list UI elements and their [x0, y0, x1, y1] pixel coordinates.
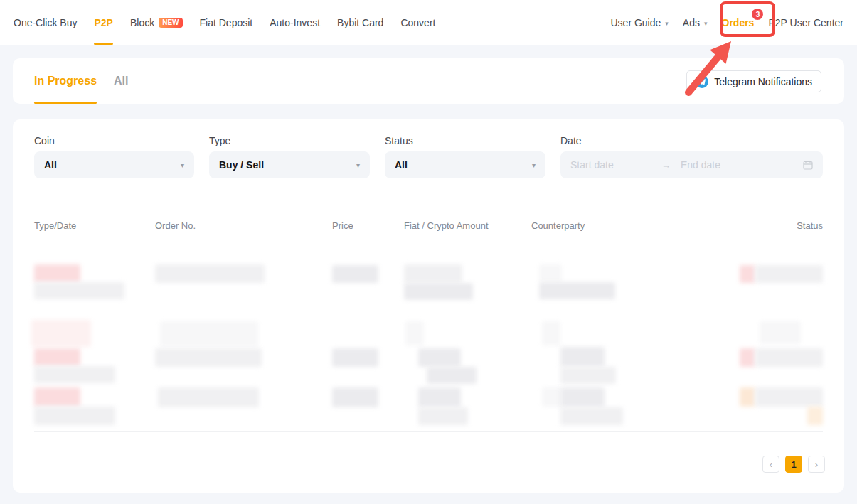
chevron-down-icon: ▾: [181, 161, 184, 169]
nav-label: One-Click Buy: [14, 17, 77, 28]
telegram-notifications-button[interactable]: Telegram Notifications: [686, 70, 821, 92]
new-badge: NEW: [159, 18, 182, 28]
date-range-arrow-icon: →: [661, 160, 671, 171]
telegram-button-label: Telegram Notifications: [714, 76, 812, 87]
p2p-orders-page: One-Click Buy P2P Block NEW Fiat Deposit…: [0, 0, 857, 504]
nav-user-guide[interactable]: User Guide ▾: [611, 0, 669, 45]
nav-bybit-card[interactable]: Bybit Card: [337, 0, 383, 45]
chevron-down-icon: ▾: [704, 19, 708, 27]
type-filter-label: Type: [209, 135, 230, 146]
nav-orders[interactable]: Orders 3: [722, 0, 755, 45]
coin-select-value: All: [44, 159, 57, 171]
nav-label: P2P: [94, 17, 112, 28]
chevron-down-icon: ▾: [532, 161, 536, 169]
col-header-fiat-crypto-amount: Fiat / Crypto Amount: [404, 220, 489, 231]
nav-label: User Guide: [611, 17, 661, 28]
chevron-left-icon: ‹: [770, 459, 772, 470]
start-date-placeholder: Start date: [570, 159, 661, 171]
col-header-counterparty: Counterparty: [531, 220, 585, 231]
date-filter-label: Date: [560, 135, 582, 146]
filters-divider: [13, 195, 844, 195]
orders-panel: Coin All ▾ Type Buy / Sell ▾ Status All …: [13, 119, 844, 493]
tab-label: All: [114, 75, 128, 87]
col-header-status: Status: [797, 220, 823, 231]
secondary-nav: User Guide ▾ Ads ▾ Orders 3 P2P User Cen…: [611, 0, 844, 45]
nav-auto-invest[interactable]: Auto-Invest: [270, 0, 320, 45]
status-select[interactable]: All ▾: [385, 151, 545, 178]
end-date-placeholder: End date: [681, 159, 720, 171]
status-filter-label: Status: [385, 135, 413, 146]
coin-select[interactable]: All ▾: [34, 151, 194, 178]
nav-label: Auto-Invest: [270, 17, 320, 28]
nav-ads[interactable]: Ads ▾: [683, 0, 708, 45]
col-header-price: Price: [332, 220, 353, 231]
orders-count-badge: 3: [752, 9, 763, 20]
col-header-order-no: Order No.: [155, 220, 196, 231]
current-page-number: 1: [791, 459, 796, 470]
prev-page-button[interactable]: ‹: [762, 456, 779, 473]
tab-label: In Progress: [34, 75, 97, 87]
nav-one-click-buy[interactable]: One-Click Buy: [14, 0, 77, 45]
type-select[interactable]: Buy / Sell ▾: [209, 151, 370, 178]
active-tab-underline: [94, 43, 112, 45]
nav-label: Block: [130, 17, 154, 28]
primary-nav: One-Click Buy P2P Block NEW Fiat Deposit…: [14, 0, 435, 45]
nav-label: Orders: [722, 17, 755, 28]
table-bottom-divider: [34, 431, 823, 432]
nav-label: Fiat Deposit: [200, 17, 253, 28]
chevron-right-icon: ›: [815, 459, 818, 470]
nav-label: Bybit Card: [337, 17, 383, 28]
nav-fiat-deposit[interactable]: Fiat Deposit: [200, 0, 253, 45]
next-page-button[interactable]: ›: [808, 456, 825, 473]
nav-label: Ads: [683, 17, 700, 28]
telegram-icon: [696, 75, 708, 88]
coin-filter-label: Coin: [34, 135, 55, 146]
nav-p2p-user-center[interactable]: P2P User Center: [768, 0, 843, 45]
tab-all[interactable]: All: [114, 58, 128, 104]
chevron-down-icon: ▾: [665, 19, 669, 27]
nav-p2p[interactable]: P2P: [94, 0, 112, 45]
type-select-value: Buy / Sell: [219, 159, 264, 171]
col-header-type-date: Type/Date: [34, 220, 76, 231]
tab-in-progress[interactable]: In Progress: [34, 58, 97, 104]
top-nav: One-Click Buy P2P Block NEW Fiat Deposit…: [0, 0, 857, 45]
chevron-down-icon: ▾: [356, 161, 360, 169]
tabs-card: In Progress All Telegram Notifications: [13, 58, 844, 104]
nav-block[interactable]: Block NEW: [130, 0, 183, 45]
nav-label: Convert: [400, 17, 435, 28]
nav-convert[interactable]: Convert: [400, 0, 435, 45]
status-select-value: All: [395, 159, 408, 171]
active-tab-underline: [34, 102, 97, 104]
calendar-icon: [803, 160, 813, 170]
nav-label: P2P User Center: [768, 17, 843, 28]
date-range-input[interactable]: Start date → End date: [560, 151, 823, 178]
page-1-button[interactable]: 1: [785, 456, 802, 473]
